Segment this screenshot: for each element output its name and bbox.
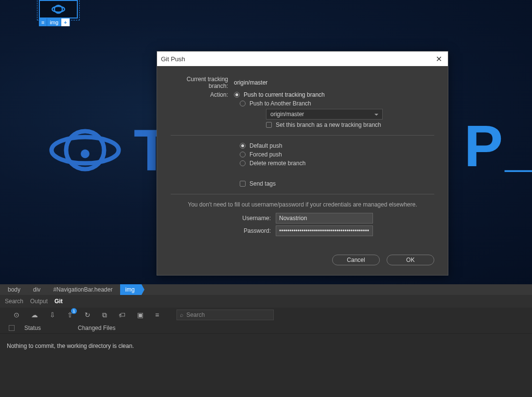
radio-default-push-label: Default push bbox=[249, 142, 282, 149]
breadcrumb: body div #NavigationBar.header img bbox=[0, 284, 532, 295]
crumb-div[interactable]: div bbox=[28, 284, 47, 295]
tag-icon[interactable]: 🏷 bbox=[119, 311, 125, 319]
ok-button[interactable]: OK bbox=[387, 255, 434, 265]
background-logo: T bbox=[46, 117, 167, 184]
push-badge: 1 bbox=[71, 308, 77, 314]
dialog-title: Git Push bbox=[161, 55, 185, 63]
menu-icon[interactable]: ≡ bbox=[155, 311, 159, 319]
crumb-img[interactable]: img bbox=[120, 284, 141, 295]
radio-push-current-label: Push to current tracking branch bbox=[244, 91, 325, 98]
terminal-icon[interactable]: ▣ bbox=[137, 311, 143, 319]
tracking-branch-value: origin/master bbox=[234, 79, 434, 86]
background-logo-right: P_ bbox=[464, 117, 532, 177]
tab-git[interactable]: Git bbox=[54, 298, 63, 305]
history-icon[interactable]: ↻ bbox=[85, 311, 90, 319]
crumb-navigationbar[interactable]: #NavigationBar.header bbox=[48, 284, 119, 295]
password-input[interactable] bbox=[276, 225, 373, 236]
username-label: Username: bbox=[232, 215, 276, 222]
fetch-icon[interactable]: ☁ bbox=[31, 311, 38, 319]
bottom-panel-tabs: Search Output Git bbox=[0, 295, 532, 308]
close-icon[interactable]: ✕ bbox=[434, 54, 444, 64]
crumb-body[interactable]: body bbox=[3, 284, 27, 295]
radio-delete-remote-label: Delete remote branch bbox=[249, 160, 305, 167]
dialog-titlebar: Git Push ✕ bbox=[157, 52, 448, 66]
selection-add-button[interactable]: + bbox=[61, 18, 70, 26]
password-label: Password: bbox=[232, 227, 276, 234]
selection-tag-bar: ≡ img + bbox=[39, 18, 70, 26]
git-search-input[interactable]: ⌕Search bbox=[177, 310, 274, 320]
radio-push-another-label: Push to Another Branch bbox=[249, 100, 311, 107]
stash-icon[interactable]: ⧉ bbox=[102, 311, 107, 319]
branch-select-value: origin/master bbox=[270, 111, 304, 118]
svg-point-2 bbox=[81, 150, 89, 158]
radio-delete-remote[interactable] bbox=[240, 160, 246, 166]
tab-output[interactable]: Output bbox=[30, 298, 48, 305]
select-all-checkbox[interactable] bbox=[9, 325, 15, 331]
action-label: Action: bbox=[171, 91, 234, 98]
selection-menu-icon[interactable]: ≡ bbox=[39, 18, 47, 26]
tab-search[interactable]: Search bbox=[5, 298, 23, 305]
checkbox-new-tracking-label: Set this branch as a new tracking branch bbox=[276, 121, 381, 128]
radio-forced-push-label: Forced push bbox=[249, 151, 282, 158]
credentials-note: You don't need to fill out username/pass… bbox=[171, 201, 434, 208]
git-changes-header: Status Changed Files bbox=[0, 322, 532, 334]
col-status: Status bbox=[24, 325, 78, 331]
radio-push-another[interactable] bbox=[240, 101, 246, 106]
selection-tag-label[interactable]: img bbox=[47, 18, 61, 26]
push-icon[interactable]: ⇧1 bbox=[67, 311, 73, 319]
git-search-placeholder: Search bbox=[186, 311, 205, 318]
selected-element-outline[interactable] bbox=[39, 0, 78, 18]
tracking-branch-label: Current tracking branch: bbox=[171, 76, 234, 89]
checkbox-send-tags-label: Send tags bbox=[249, 180, 276, 187]
radio-forced-push[interactable] bbox=[240, 152, 246, 157]
username-input[interactable] bbox=[276, 213, 373, 224]
commit-icon[interactable]: ⊙ bbox=[14, 311, 19, 319]
git-changes-body: Nothing to commit, the working directory… bbox=[0, 334, 532, 397]
branch-select[interactable]: origin/master bbox=[266, 109, 383, 120]
git-push-dialog: Git Push ✕ Current tracking branch: orig… bbox=[157, 51, 448, 276]
pull-icon[interactable]: ⇩ bbox=[50, 311, 55, 319]
cancel-button[interactable]: Cancel bbox=[332, 255, 380, 265]
col-changed-files: Changed Files bbox=[78, 325, 115, 331]
radio-push-current[interactable] bbox=[234, 92, 240, 98]
checkbox-send-tags[interactable] bbox=[240, 181, 246, 187]
radio-default-push[interactable] bbox=[240, 143, 246, 149]
git-empty-message: Nothing to commit, the working directory… bbox=[7, 343, 134, 349]
git-toolbar: ⊙ ☁ ⇩ ⇧1 ↻ ⧉ 🏷 ▣ ≡ ⌕Search bbox=[0, 308, 532, 322]
checkbox-new-tracking[interactable] bbox=[266, 122, 272, 128]
